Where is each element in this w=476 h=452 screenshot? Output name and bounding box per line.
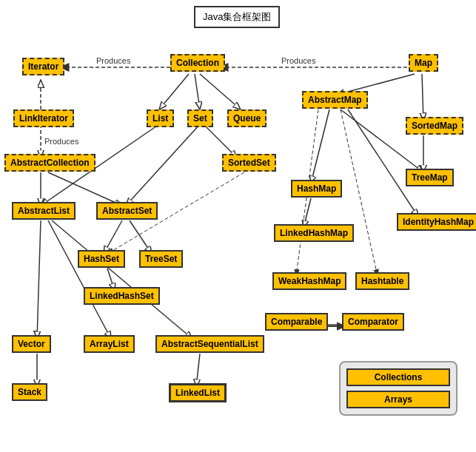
svg-text:Produces: Produces [281,56,316,65]
node-comparator: Comparator [342,313,404,331]
svg-line-9 [422,74,423,121]
node-abstractset: AbstractSet [96,202,158,220]
svg-line-5 [159,74,189,109]
svg-line-15 [126,124,200,206]
node-comparable: Comparable [265,313,328,331]
title-box: Java集合框架图 [194,6,280,28]
node-vector: Vector [12,335,51,353]
svg-text:Produces: Produces [44,137,79,146]
svg-line-36 [196,354,200,387]
svg-line-16 [204,124,237,158]
node-linkedhashset: LinkedHashSet [84,287,160,305]
node-map: Map [409,54,438,72]
title-text: Java集合框架图 [203,11,271,22]
diagram: Java集合框架图 Produces Produces [0,0,476,452]
node-set: Set [187,109,213,127]
node-queue: Queue [227,109,267,127]
node-hashmap: HashMap [291,180,342,198]
node-abstractmap: AbstractMap [302,91,368,109]
svg-line-11 [48,172,122,206]
node-sortedset: SortedSet [222,154,276,172]
node-linkedhashmap: LinkedHashMap [274,224,354,242]
node-abstractsequentiallist: AbstractSequentialList [155,335,264,353]
node-linkedlist: LinkedList [169,383,227,402]
legend-collections: Collections [346,368,450,386]
legend: Collections Arrays [339,361,457,416]
svg-text:Produces: Produces [96,56,131,65]
node-weakhashmap: WeakHashMap [272,272,346,290]
node-collection: Collection [170,54,225,72]
node-treeset: TreeSet [139,250,183,268]
node-arraylist: ArrayList [84,335,135,353]
node-stack: Stack [12,383,47,401]
svg-line-7 [200,74,241,109]
node-sortedmap: SortedMap [406,117,463,135]
node-list: List [147,109,174,127]
node-abstractcollection: AbstractCollection [4,154,95,172]
svg-line-33 [48,220,111,339]
legend-arrays: Arrays [346,391,450,408]
node-hashtable: Hashtable [355,272,409,290]
svg-line-18 [311,109,329,183]
svg-line-32 [37,220,41,339]
svg-line-21 [304,198,311,228]
svg-line-23 [130,220,152,254]
svg-line-6 [195,74,200,109]
svg-line-22 [104,220,122,254]
node-iterator: Iterator [22,58,64,75]
node-treemap: TreeMap [406,169,454,186]
node-abstractlist: AbstractList [12,202,76,220]
node-hashset: HashSet [78,250,125,268]
node-linkiterator: LinkIterator [13,109,74,127]
node-identityhashmap: IdentityHashMap [397,213,476,231]
svg-line-34 [52,220,192,339]
svg-line-26 [341,109,378,276]
legend-arrays-label: Arrays [384,394,412,405]
